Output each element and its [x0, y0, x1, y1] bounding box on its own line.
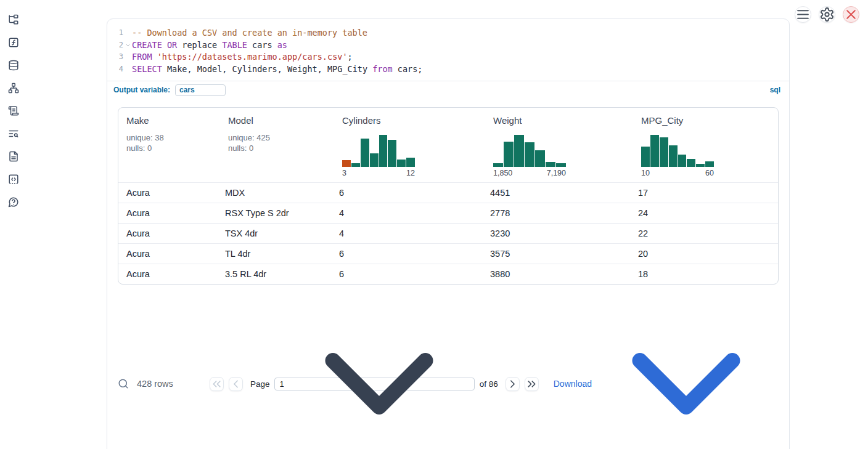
column-header-Model: Modelunique: 425nulls: 0 — [220, 108, 334, 182]
table-header: Makeunique: 38nulls: 0Modelunique: 425nu… — [118, 108, 778, 182]
axis-min-label: 3 — [342, 169, 346, 177]
table-row: AcuraMDX6445117 — [118, 182, 778, 203]
menu-button[interactable] — [795, 6, 811, 23]
chevrons-left-icon — [210, 378, 223, 390]
code-line: 1-- Download a CSV and create an in-memo… — [107, 27, 789, 39]
table-cell: Acura — [118, 188, 220, 198]
chevrons-right-icon — [525, 378, 538, 390]
sidebar-item-data-sources[interactable] — [8, 60, 19, 71]
column-name[interactable]: Cylinders — [342, 115, 485, 126]
fold-chevron-icon[interactable] — [125, 42, 131, 48]
histogram-bar — [406, 158, 415, 167]
histogram-axis-labels: 1,8507,190 — [493, 169, 566, 177]
network-icon — [8, 83, 19, 94]
code-token: replace — [177, 40, 222, 50]
settings-button[interactable] — [819, 6, 835, 23]
table-body: AcuraMDX6445117AcuraRSX Type S 2dr427782… — [118, 182, 778, 284]
histogram-bar — [678, 155, 687, 167]
last-page-button[interactable] — [525, 377, 539, 391]
histogram-bar — [379, 135, 388, 167]
code-token: -- Download a CSV and create an in-memor… — [132, 28, 367, 38]
previous-page-button[interactable] — [229, 377, 243, 391]
stat-line: unique: 425 — [228, 132, 334, 143]
axis-max-label: 12 — [406, 169, 415, 177]
chevron-right-icon — [506, 378, 519, 390]
page-select-value: 1 — [279, 379, 284, 389]
histogram-bars — [342, 135, 415, 167]
code-token: cars — [247, 40, 277, 50]
axis-min-label: 10 — [641, 169, 650, 177]
table-cell: RSX Type S 2dr — [220, 208, 334, 218]
table-cell: 6 — [334, 269, 485, 279]
histogram-bar — [669, 145, 678, 167]
sql-code-editor[interactable]: 1-- Download a CSV and create an in-memo… — [107, 19, 789, 81]
table-cell: 2778 — [485, 208, 633, 218]
histogram-bar — [687, 159, 695, 167]
code-token: from — [372, 64, 393, 74]
histogram-bar — [504, 142, 514, 167]
table-cell: Acura — [118, 229, 220, 238]
sidebar-item-variables[interactable] — [8, 37, 19, 48]
download-label: Download — [554, 379, 592, 389]
table-cell: 6 — [334, 188, 485, 198]
histogram-bars — [641, 135, 714, 167]
output-variable-row: Output variable: sql — [107, 81, 789, 99]
code-text: FROM 'https://datasets.marimo.app/cars.c… — [132, 51, 353, 63]
histogram-axis-labels: 312 — [342, 169, 415, 177]
histogram-bars — [493, 135, 566, 167]
histogram-bar — [361, 139, 369, 167]
line-number: 2 — [107, 39, 123, 52]
table-cell: 6 — [334, 249, 485, 259]
chevron-left-icon — [229, 378, 242, 390]
chevron-down-icon — [594, 291, 779, 449]
sidebar-item-logs[interactable] — [8, 105, 19, 116]
column-stats: unique: 38nulls: 0 — [126, 132, 220, 153]
line-number: 3 — [107, 51, 123, 63]
sidebar-item-documentation[interactable] — [8, 151, 19, 162]
table-cell: 3230 — [485, 229, 633, 238]
table-cell: 22 — [633, 229, 778, 238]
close-icon — [843, 7, 859, 22]
sidebar-item-dependency-graph[interactable] — [8, 83, 19, 94]
column-name[interactable]: Model — [228, 115, 334, 126]
search-icon — [118, 378, 129, 389]
file-text-icon — [8, 151, 19, 162]
output-variable-label: Output variable: — [113, 86, 170, 94]
column-name[interactable]: Make — [126, 115, 220, 126]
cylinders-histogram[interactable]: 312 — [342, 135, 415, 177]
axis-max-label: 60 — [705, 169, 714, 177]
search-button[interactable] — [118, 378, 129, 389]
histogram-bar — [705, 161, 714, 167]
sidebar-item-help[interactable] — [8, 196, 19, 208]
table-cell: 3.5 RL 4dr — [220, 269, 334, 279]
code-line: 3FROM 'https://datasets.marimo.app/cars.… — [107, 51, 789, 63]
code-line: 2CREATE OR replace TABLE cars as — [107, 39, 789, 52]
output-variable-input[interactable] — [175, 84, 226, 96]
table-cell: TSX 4dr — [220, 229, 334, 238]
next-page-button[interactable] — [506, 377, 520, 391]
column-header-MPG_City: MPG_City1060 — [633, 108, 778, 182]
weight-histogram[interactable]: 1,8507,190 — [493, 135, 566, 177]
table-row: AcuraRSX Type S 2dr4277824 — [118, 203, 778, 223]
sidebar-item-outline-search[interactable] — [8, 128, 19, 139]
shutdown-button[interactable] — [843, 6, 859, 23]
first-page-button[interactable] — [210, 377, 224, 391]
table-cell: Acura — [118, 269, 220, 279]
table-row: AcuraTL 4dr6357520 — [118, 243, 778, 264]
sidebar-item-snippets[interactable] — [8, 174, 19, 185]
page-select[interactable]: 1 — [274, 378, 474, 390]
column-name[interactable]: Weight — [493, 115, 633, 126]
sidebar — [0, 0, 27, 449]
mpg_city-histogram[interactable]: 1060 — [641, 135, 714, 177]
axis-min-label: 1,850 — [493, 169, 512, 177]
sidebar-item-file-explorer[interactable] — [8, 14, 19, 25]
code-token: cars; — [393, 64, 423, 74]
stat-line: nulls: 0 — [126, 143, 220, 153]
axis-max-label: 7,190 — [547, 169, 566, 177]
table-cell: 3575 — [485, 249, 633, 259]
download-button[interactable]: Download — [554, 291, 779, 449]
column-name[interactable]: MPG_City — [641, 115, 778, 126]
code-token — [152, 52, 157, 62]
column-stats: unique: 425nulls: 0 — [228, 132, 334, 153]
code-token: ; — [348, 52, 353, 62]
